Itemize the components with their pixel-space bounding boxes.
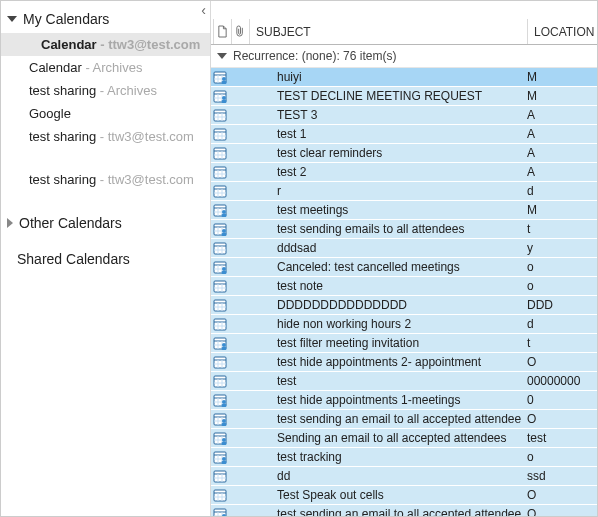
location-cell: O [521,355,597,369]
table-row[interactable]: test hide appointments 2- appointmentO [211,353,597,372]
column-header-type-icon[interactable] [213,19,231,44]
calendar-item-label: Calendar [29,60,82,75]
svg-rect-6 [222,81,227,84]
table-row[interactable]: TEST DECLINE MEETING REQUESTM [211,87,597,106]
svg-rect-75 [214,319,226,330]
subject-cell: test sending emails to all attendees [247,222,521,236]
meeting-icon [211,70,229,84]
subject-cell: test 2 [247,165,521,179]
table-row[interactable]: test sending emails to all attendeest [211,220,597,239]
table-row[interactable]: test filter meeting invitationt [211,334,597,353]
page-icon [217,25,228,38]
svg-rect-92 [214,376,226,387]
table-row[interactable]: test sending an email to all accepted at… [211,410,597,429]
svg-rect-29 [214,167,226,178]
subject-cell: TEST 3 [247,108,521,122]
column-header-location[interactable]: LOCATION [527,19,597,44]
appointment-icon [211,279,229,293]
calendar-item[interactable]: test sharing - ttw3@test.com [1,168,210,191]
table-row[interactable]: test 1A [211,125,597,144]
subject-cell: hide non working hours 2 [247,317,521,331]
table-row[interactable]: Canceled: test cancelled meetingso [211,258,597,277]
table-row[interactable]: huiyiM [211,68,597,87]
table-row[interactable]: hide non working hours 2d [211,315,597,334]
calendar-item-label: test sharing [29,83,96,98]
appointment-icon [211,165,229,179]
location-cell: A [521,146,597,160]
table-row[interactable]: Sending an email to all accepted attende… [211,429,597,448]
svg-point-44 [222,210,226,214]
column-headers: SUBJECT LOCATION [211,19,597,45]
calendar-item[interactable]: Calendar - Archives [1,56,210,79]
meeting-icon [211,260,229,274]
calendar-item-label: Calendar [41,37,97,52]
table-row[interactable]: ddssd [211,467,597,486]
calendar-list: Calendar - ttw3@test.comCalendar - Archi… [1,33,210,191]
location-cell: O [521,488,597,502]
location-cell: test [521,431,597,445]
table-row[interactable]: dddsady [211,239,597,258]
calendar-item[interactable]: test sharing - Archives [1,79,210,102]
table-row[interactable]: test clear remindersA [211,144,597,163]
calendar-group-shared-calendars[interactable]: Shared Calendars [1,245,210,273]
subject-cell: test [247,374,521,388]
chevron-down-icon [7,16,17,22]
meeting-icon [211,89,229,103]
subject-cell: r [247,184,521,198]
svg-rect-130 [214,490,226,501]
svg-rect-110 [222,423,227,426]
subject-cell: DDDDDDDDDDDDDDD [247,298,521,312]
svg-rect-14 [214,110,226,121]
subject-cell: test note [247,279,521,293]
svg-point-5 [222,77,226,81]
appointment-icon [211,355,229,369]
location-cell: M [521,89,597,103]
subject-cell: test sending an email to all accepted at… [247,412,521,426]
calendar-item-suffix: - ttw3@test.com [97,37,201,52]
calendar-group-other-calendars[interactable]: Other Calendars [1,209,210,237]
table-row[interactable]: rd [211,182,597,201]
meeting-icon [211,431,229,445]
svg-point-123 [222,457,226,461]
table-row[interactable]: test sending an email to all accepted at… [211,505,597,516]
svg-rect-19 [214,129,226,140]
table-row[interactable]: test noteo [211,277,597,296]
subject-cell: Test Speak out cells [247,488,521,502]
table-row[interactable]: test00000000 [211,372,597,391]
calendar-group-my-calendars[interactable]: My Calendars [1,5,210,33]
svg-point-109 [222,419,226,423]
calendar-item-suffix: - Archives [82,60,143,75]
svg-point-116 [222,438,226,442]
appointment-icon [211,127,229,141]
table-row[interactable]: test meetingsM [211,201,597,220]
table-row[interactable]: DDDDDDDDDDDDDDDDDD [211,296,597,315]
meeting-icon [211,450,229,464]
table-row[interactable]: test 2A [211,163,597,182]
location-cell: o [521,260,597,274]
subject-cell: Canceled: test cancelled meetings [247,260,521,274]
table-row[interactable]: test trackingo [211,448,597,467]
group-row-recurrence[interactable]: Recurrence: (none): 76 item(s) [211,45,597,68]
svg-rect-103 [222,404,227,407]
subject-cell: test 1 [247,127,521,141]
meeting-icon [211,507,229,516]
calendar-item[interactable]: Calendar - ttw3@test.com [1,33,210,56]
svg-rect-52 [222,233,227,236]
location-cell: ssd [521,469,597,483]
column-header-subject[interactable]: SUBJECT [249,19,527,44]
subject-cell: dddsad [247,241,521,255]
appointment-icon [211,298,229,312]
svg-rect-24 [214,148,226,159]
column-header-attachment-icon[interactable] [231,19,249,44]
subject-cell: dd [247,469,521,483]
table-row[interactable]: TEST 3A [211,106,597,125]
meeting-icon [211,203,229,217]
calendar-item-suffix: - ttw3@test.com [96,172,194,187]
table-row[interactable]: test hide appointments 1-meetings0 [211,391,597,410]
table-row[interactable]: Test Speak out cellsO [211,486,597,505]
svg-point-102 [222,400,226,404]
location-cell: o [521,279,597,293]
calendar-item[interactable]: Google [1,102,210,125]
calendar-item[interactable]: test sharing - ttw3@test.com [1,125,210,148]
collapse-sidebar-icon[interactable]: ‹ [201,3,206,17]
